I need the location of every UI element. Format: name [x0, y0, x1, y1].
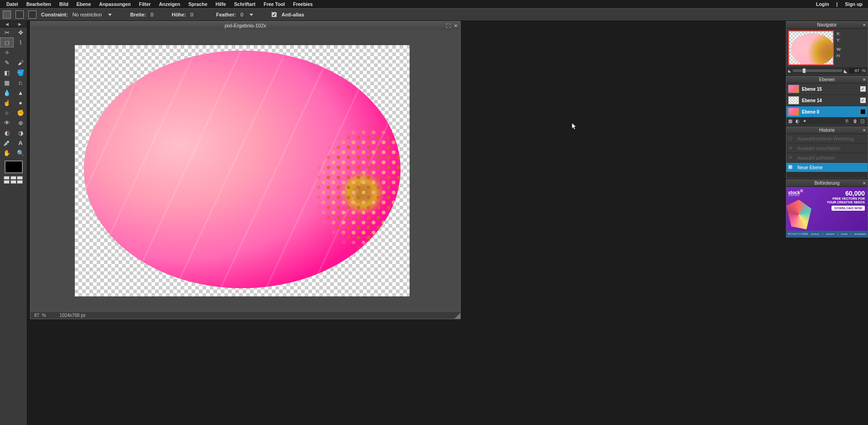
- menu-hilfe[interactable]: Hilfe: [212, 0, 230, 8]
- text-tool-icon[interactable]: A: [14, 138, 27, 148]
- redeye-tool-icon[interactable]: 👁: [0, 118, 14, 128]
- clone-tool-icon[interactable]: ⎌: [14, 78, 27, 88]
- menu-anzeigen[interactable]: Anzeigen: [155, 0, 184, 8]
- maximize-icon[interactable]: ⛶: [446, 23, 451, 28]
- crop-tool-icon[interactable]: ✂: [0, 27, 14, 37]
- bucket-tool-icon[interactable]: 🪣: [14, 67, 27, 78]
- constraint-value[interactable]: No restriction: [73, 12, 102, 17]
- layers-header[interactable]: Ebenen ✕: [786, 76, 868, 83]
- duplicate-layer-icon[interactable]: ⎘: [846, 119, 851, 124]
- menu-bearbeiten[interactable]: Bearbeiten: [23, 0, 55, 8]
- wand-tool-icon[interactable]: ✧: [0, 47, 14, 57]
- selection-subtract-icon[interactable]: [28, 10, 36, 19]
- resize-handle-icon[interactable]: [455, 313, 460, 319]
- layer-visibility-checkbox[interactable]: ✓: [860, 98, 866, 103]
- selection-add-icon[interactable]: [16, 10, 24, 19]
- menu-sprache[interactable]: Sprache: [185, 0, 211, 8]
- width-value[interactable]: 0: [151, 12, 153, 17]
- nav-zoom-value[interactable]: 87: [849, 68, 860, 73]
- antialias-checkbox[interactable]: ✓: [271, 12, 277, 17]
- bloat-tool-icon[interactable]: ◐: [0, 128, 14, 138]
- login-link[interactable]: Login: [813, 0, 832, 8]
- delete-layer-icon[interactable]: 🗑: [853, 119, 858, 124]
- layer-fx-icon[interactable]: ✦: [803, 119, 808, 124]
- hand-tool-icon[interactable]: ✋: [0, 148, 14, 158]
- menu-bild[interactable]: Bild: [56, 0, 72, 8]
- layer-mask-icon[interactable]: ◐: [795, 119, 801, 124]
- promo-body[interactable]: stock® unlimited 60,000 FREE VECTORS FOR…: [786, 187, 868, 237]
- new-layer-icon[interactable]: ▦: [788, 119, 794, 124]
- history-header[interactable]: Historie ✕: [786, 127, 868, 134]
- constraint-dropdown-icon[interactable]: [108, 14, 112, 16]
- pencil-tool-icon[interactable]: ✎: [0, 57, 14, 67]
- zoom-tool-icon[interactable]: 🔍: [14, 148, 27, 158]
- menu-datei[interactable]: Datei: [3, 0, 22, 8]
- selection-new-icon[interactable]: [3, 10, 11, 19]
- smudge-tool-icon[interactable]: ☝: [0, 98, 14, 108]
- history-item[interactable]: ◻ Auswahlrechteck-Werkzeug: [786, 134, 868, 144]
- history-close-icon[interactable]: ✕: [863, 128, 866, 133]
- burn-tool-icon[interactable]: ✊: [14, 108, 27, 118]
- move-tool-icon[interactable]: ✥: [14, 27, 27, 37]
- history-item[interactable]: ⇲ Auswahl verschieben: [786, 144, 868, 153]
- history-item[interactable]: ⇲ Auswahl aufheben: [786, 153, 868, 163]
- nav-h-label: H:: [837, 52, 842, 59]
- layer-lock-icon[interactable]: [860, 109, 866, 114]
- canvas-transparency-bg: [75, 45, 410, 296]
- dodge-tool-icon[interactable]: ○: [0, 108, 14, 118]
- eraser-tool-icon[interactable]: ◧: [0, 67, 14, 78]
- navigator-close-icon[interactable]: ✕: [863, 23, 866, 27]
- sponge-tool-icon[interactable]: ●: [14, 98, 27, 108]
- promo-download-button[interactable]: DOWNLOAD NOW: [832, 206, 865, 211]
- close-icon[interactable]: ✕: [453, 23, 458, 28]
- menu-freebies[interactable]: Freebies: [289, 0, 316, 8]
- antialias-label: Anti-alias: [281, 12, 304, 17]
- picker-tool-icon[interactable]: 💉: [0, 138, 14, 148]
- lasso-tool-icon[interactable]: ⌇: [14, 37, 27, 47]
- height-label: Höhe:: [172, 12, 186, 17]
- document-titlebar[interactable]: pixl-Ergebnis-102x ⛶ ✕: [31, 21, 460, 30]
- layer-corner-icon[interactable]: ◲: [860, 119, 866, 124]
- scroll-right-icon[interactable]: ▶: [18, 22, 21, 26]
- promo-close-icon[interactable]: ✕: [863, 181, 866, 186]
- promo-banner[interactable]: stock® unlimited 60,000 FREE VECTORS FOR…: [786, 187, 868, 237]
- canvas-area[interactable]: [31, 30, 454, 311]
- marquee-tool-icon[interactable]: ◻: [0, 37, 14, 47]
- blur-tool-icon[interactable]: 💧: [0, 88, 14, 98]
- promo-header[interactable]: Beförderung ✕: [786, 180, 868, 187]
- zoom-out-icon[interactable]: ◣: [788, 69, 791, 73]
- zoom-slider[interactable]: [793, 69, 842, 72]
- layer-row[interactable]: Ebene 0: [786, 106, 868, 118]
- layers-close-icon[interactable]: ✕: [863, 78, 866, 82]
- promo-panel: Beförderung ✕ stock® unlimited 60,000 FR…: [786, 179, 868, 238]
- sharpen-tool-icon[interactable]: ▲: [14, 88, 27, 98]
- color-palette-grid[interactable]: [4, 176, 23, 184]
- menu-filter[interactable]: Filter: [135, 0, 155, 8]
- promo-footer: ROYALTY-FREE photos | vectors | audio | …: [786, 231, 868, 237]
- navigator-thumbnail[interactable]: [788, 31, 834, 65]
- feather-value[interactable]: 0: [240, 12, 243, 17]
- menu-anpassungen[interactable]: Anpassungen: [95, 0, 134, 8]
- pinch-tool-icon[interactable]: ◑: [14, 128, 27, 138]
- menu-ebene[interactable]: Ebene: [73, 0, 95, 8]
- scroll-left-icon[interactable]: ◀: [5, 22, 9, 26]
- layer-row[interactable]: Ebene 14 ✓: [786, 95, 868, 106]
- menu-schriftart[interactable]: Schriftart: [230, 0, 259, 8]
- signup-link[interactable]: Sign up: [842, 0, 866, 8]
- gradient-tool-icon[interactable]: ▦: [0, 78, 14, 88]
- menu-freetool[interactable]: Free Tool: [260, 0, 288, 8]
- feather-dropdown-icon[interactable]: [249, 14, 253, 16]
- foreground-color-swatch[interactable]: [5, 161, 23, 173]
- navigator-header[interactable]: Navigator ✕: [786, 21, 868, 29]
- layer-thumbnail: [788, 108, 799, 116]
- zoom-unit: %: [42, 313, 46, 318]
- layer-row[interactable]: Ebene 15 ✓: [786, 83, 868, 95]
- document-statusbar: 87 % 1024x768 px: [31, 311, 460, 319]
- spot-tool-icon[interactable]: ⊕: [14, 118, 27, 128]
- layer-visibility-checkbox[interactable]: ✓: [860, 86, 866, 92]
- history-item[interactable]: ▦ Neue Ebene: [786, 163, 868, 172]
- zoom-in-icon[interactable]: ◣: [844, 68, 847, 73]
- zoom-value[interactable]: 87: [34, 313, 39, 318]
- height-value[interactable]: 0: [191, 12, 193, 17]
- brush-tool-icon[interactable]: 🖌: [14, 57, 27, 67]
